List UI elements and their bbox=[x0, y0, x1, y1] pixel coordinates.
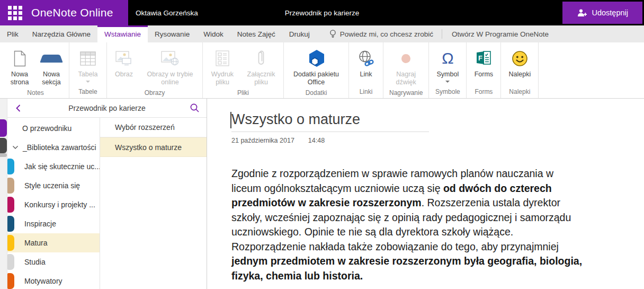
lightbulb-icon bbox=[329, 30, 336, 39]
section-item-jak-sie-skutecznie[interactable]: Jak się skutecznie uc... bbox=[7, 157, 100, 176]
group-label-forms: Forms bbox=[471, 85, 496, 98]
office-addins-button[interactable]: Dodatki pakietu Office bbox=[289, 46, 344, 86]
app-launcher-icon[interactable] bbox=[8, 6, 22, 20]
tell-me-label: Powiedz mi, co chcesz zrobić bbox=[340, 30, 433, 38]
tell-me-box[interactable]: Powiedz mi, co chcesz zrobić bbox=[323, 25, 440, 42]
section-about-guide[interactable]: O przewodniku bbox=[7, 119, 100, 138]
file-attachment-button: Załącznik pliku bbox=[244, 46, 279, 86]
image-icon bbox=[115, 46, 132, 71]
body-paragraph[interactable]: Zgodnie z rozporządzeniem w sprawie ramo… bbox=[231, 167, 583, 240]
file-attachment-label: Załącznik pliku bbox=[244, 71, 279, 86]
notebook-spine-tab-gray[interactable] bbox=[0, 153, 7, 157]
online-images-label: Obrazy w trybie online bbox=[142, 71, 198, 86]
navigation-body: O przewodniku _Biblioteka zawartości Jak… bbox=[7, 118, 207, 289]
page-body-editor[interactable]: Zgodnie z rozporządzeniem w sprawie ramo… bbox=[231, 167, 583, 283]
share-person-add-icon bbox=[577, 8, 587, 17]
online-images-icon bbox=[161, 46, 179, 71]
table-icon bbox=[80, 46, 96, 71]
tab-widok[interactable]: Widok bbox=[196, 25, 230, 42]
page-item-wybor-rozszerzen[interactable]: Wybór rozszerzeń bbox=[100, 118, 207, 137]
new-page-button[interactable]: Nowa strona bbox=[7, 46, 32, 86]
search-icon[interactable] bbox=[189, 102, 200, 114]
section-item-studia[interactable]: Studia bbox=[7, 252, 100, 272]
share-button[interactable]: Udostępnij bbox=[562, 2, 642, 24]
section-color-tab bbox=[7, 159, 14, 174]
ribbon-group-symbols: Ω Symbol Symbole bbox=[429, 42, 467, 98]
brand-area: OneNote Online bbox=[0, 0, 128, 25]
ribbon-group-recording: Nagraj dźwięk Nagrywanie bbox=[383, 42, 429, 98]
share-button-label: Udostępnij bbox=[592, 8, 628, 17]
text-cursor bbox=[230, 112, 231, 128]
body-paragraph[interactable]: Rozporządzenie nakłada także zobowiązani… bbox=[231, 240, 583, 284]
navigation-pane: Przewodnik po karierze O przewodniku bbox=[7, 99, 207, 289]
notebook-owner: Oktawia Gorzeńska bbox=[136, 9, 198, 17]
forms-icon: F bbox=[476, 46, 491, 71]
section-color-tab bbox=[7, 216, 14, 232]
ribbon-group-images: Obraz Obrazy w trybie online bbox=[107, 42, 203, 98]
section-color-tab bbox=[7, 254, 14, 270]
page-timestamp: 21 października 2017 14:48 bbox=[231, 137, 644, 144]
section-group-content-library[interactable]: _Biblioteka zawartości bbox=[7, 138, 100, 157]
group-label-stickers: Nalepki bbox=[506, 85, 533, 98]
section-item-label: Motywatory bbox=[7, 277, 62, 285]
ribbon-group-tables: Tabela Tabele bbox=[69, 42, 107, 98]
navigation-header: Przewodnik po karierze bbox=[7, 99, 207, 118]
symbol-label: Symbol bbox=[437, 71, 459, 78]
section-item-konkursy[interactable]: Konkursy i projekty ... bbox=[7, 195, 100, 214]
tab-notes-zajec[interactable]: Notes Zajęć bbox=[230, 25, 282, 42]
record-audio-label: Nagraj dźwięk bbox=[390, 71, 422, 86]
document-title: Przewodnik po karierze bbox=[285, 9, 359, 17]
chevron-down-icon[interactable] bbox=[12, 145, 19, 150]
symbol-button[interactable]: Ω Symbol bbox=[434, 46, 461, 83]
page-canvas[interactable]: Wszystko o maturze 21 października 2017 … bbox=[207, 99, 644, 289]
sections-list: O przewodniku _Biblioteka zawartości Jak… bbox=[7, 118, 100, 289]
page-item-wszystko-o-maturze[interactable]: Wszystko o maturze bbox=[100, 137, 207, 157]
notebook-spine-tab-purple[interactable] bbox=[0, 119, 7, 137]
tab-wstawianie[interactable]: Wstawianie bbox=[97, 25, 148, 42]
page-title-input[interactable]: Wszystko o maturze bbox=[231, 111, 429, 132]
tab-narzedzia-glowne[interactable]: Narzędzia Główne bbox=[25, 25, 97, 42]
section-group-label: _Biblioteka zawartości bbox=[23, 143, 96, 152]
tab-rysowanie[interactable]: Rysowanie bbox=[148, 25, 196, 42]
paperclip-icon bbox=[257, 46, 265, 71]
record-audio-button: Nagraj dźwięk bbox=[390, 46, 422, 86]
online-images-button: Obrazy w trybie online bbox=[142, 46, 198, 86]
tab-plik[interactable]: Plik bbox=[0, 25, 25, 42]
ribbon-tab-bar: Plik Narzędzia Główne Wstawianie Rysowan… bbox=[0, 25, 644, 42]
top-bar: OneNote Online Oktawia Gorzeńska Przewod… bbox=[0, 0, 644, 25]
file-printout-button: Wydruk pliku bbox=[208, 46, 237, 86]
onenote-online-window: OneNote Online Oktawia Gorzeńska Przewod… bbox=[0, 0, 644, 289]
ribbon-group-links: Link Linki bbox=[349, 42, 383, 98]
stickers-button[interactable]: Nalepki bbox=[506, 46, 533, 78]
section-item-label: Konkursy i projekty ... bbox=[7, 200, 95, 209]
group-label-notes: Notes bbox=[7, 86, 64, 99]
forms-button[interactable]: F Forms bbox=[471, 46, 496, 78]
tab-drukuj[interactable]: Drukuj bbox=[282, 25, 317, 42]
page-date: 21 października 2017 bbox=[231, 137, 294, 144]
new-section-icon bbox=[39, 46, 64, 71]
stickers-label: Nalepki bbox=[509, 71, 531, 78]
group-label-images: Obrazy bbox=[112, 86, 198, 99]
open-in-onenote-button[interactable]: Otwórz W Programie OneNote bbox=[444, 25, 556, 42]
page-item-label: Wybór rozszerzeń bbox=[115, 123, 175, 132]
symbol-dropdown-caret bbox=[445, 81, 450, 83]
section-color-tab bbox=[7, 235, 14, 251]
section-item-style-uczenia[interactable]: Style uczenia się bbox=[7, 176, 100, 195]
group-label-recording: Nagrywanie bbox=[388, 86, 424, 99]
notebook-spine bbox=[0, 99, 7, 289]
pages-list: Wybór rozszerzeń Wszystko o maturze bbox=[100, 118, 207, 289]
section-item-label: Style uczenia się bbox=[7, 181, 80, 190]
back-chevron-icon[interactable] bbox=[13, 103, 23, 113]
link-button[interactable]: Link bbox=[354, 46, 378, 78]
page-item-label: Wszystko o maturze bbox=[115, 143, 182, 152]
group-label-symbols: Symbole bbox=[434, 85, 461, 98]
image-button: Obraz bbox=[112, 46, 136, 78]
notebook-spine-tab-dark[interactable] bbox=[0, 138, 7, 153]
section-item-inspiracje[interactable]: Inspiracje bbox=[7, 214, 100, 233]
section-item-motywatory[interactable]: Motywatory bbox=[7, 272, 100, 289]
forms-label: Forms bbox=[475, 71, 493, 78]
new-section-button[interactable]: Nowa sekcja bbox=[39, 46, 64, 86]
section-item-matura[interactable]: Matura bbox=[7, 233, 100, 252]
new-section-label: Nowa sekcja bbox=[39, 71, 64, 86]
app-name: OneNote Online bbox=[31, 6, 113, 19]
